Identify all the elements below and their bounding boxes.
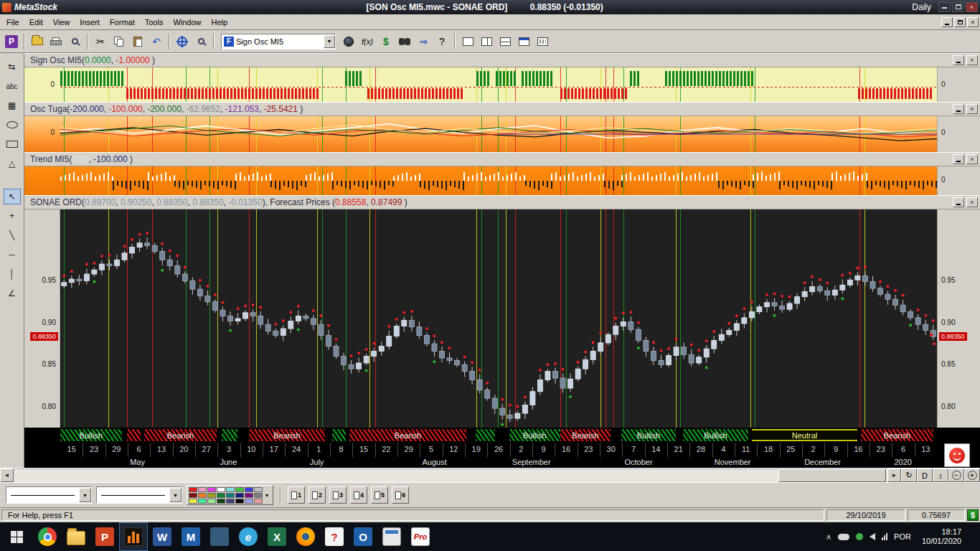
volume-icon[interactable]: [870, 533, 875, 540]
panel-restore-button[interactable]: [953, 104, 964, 114]
panel-close-button[interactable]: ×: [966, 197, 978, 207]
layout-button-2[interactable]: 2: [308, 486, 326, 504]
taskbar-app-window[interactable]: [377, 522, 406, 551]
print-button[interactable]: [47, 33, 65, 50]
refresh-button[interactable]: ↻: [901, 468, 917, 482]
color-swatch[interactable]: [245, 487, 253, 492]
layout-button-1[interactable]: 1: [288, 486, 305, 504]
layout-button-3[interactable]: 3: [329, 486, 347, 504]
taskbar-app-calculator[interactable]: [205, 522, 234, 551]
combo-dropdown-button[interactable]: ▼: [324, 35, 335, 48]
start-button[interactable]: [0, 522, 33, 551]
line-style-combobox[interactable]: ▼: [6, 486, 92, 504]
color-swatch[interactable]: [189, 493, 197, 498]
trendline-tool[interactable]: ╲: [4, 227, 21, 243]
color-swatch[interactable]: [207, 487, 216, 492]
doc-close-button[interactable]: ×: [967, 17, 979, 27]
taskbar-app-internet-explorer[interactable]: e: [234, 522, 263, 551]
color-swatch[interactable]: [254, 499, 263, 504]
window-maximize-button[interactable]: [952, 2, 964, 12]
window-close-button[interactable]: ×: [966, 2, 978, 12]
color-swatch[interactable]: [235, 493, 244, 498]
menu-insert[interactable]: Insert: [75, 16, 105, 29]
zoom-in-button[interactable]: +: [964, 468, 980, 482]
taskbar-app-excel[interactable]: X: [263, 522, 291, 551]
undo-button[interactable]: ↶: [148, 33, 165, 50]
color-swatch[interactable]: [207, 493, 216, 498]
layout-button-5[interactable]: 5: [371, 486, 388, 504]
text-tool[interactable]: abc: [4, 78, 21, 94]
color-swatch[interactable]: [189, 487, 197, 492]
explorer-button[interactable]: [340, 33, 357, 50]
taskbar-app-outlook[interactable]: O: [349, 522, 377, 551]
crosshair-button[interactable]: [174, 33, 191, 50]
hidden-icons-chevron[interactable]: ∧: [826, 532, 831, 542]
scrollbar-thumb[interactable]: [778, 469, 886, 482]
sign-osc-plot[interactable]: [60, 67, 937, 102]
panel-close-button[interactable]: ×: [966, 104, 978, 114]
scrollbar-track[interactable]: [14, 468, 887, 482]
taskbar-clock[interactable]: 18:17 10/01/2020: [918, 527, 966, 546]
menu-format[interactable]: Format: [105, 16, 140, 29]
language-indicator[interactable]: POR: [894, 532, 911, 541]
panel-header-sign-osc[interactable]: Sign Osc MI5 (0.0000, -1.00000 ) ×: [24, 53, 980, 67]
color-swatch[interactable]: [217, 493, 225, 498]
crosshair-tool[interactable]: +: [4, 208, 21, 224]
panel-restore-button[interactable]: [953, 55, 964, 65]
grid-tool[interactable]: ▦: [4, 98, 21, 113]
color-swatch[interactable]: [217, 487, 225, 492]
color-swatch[interactable]: [254, 487, 263, 492]
cascade-windows-button[interactable]: [459, 33, 476, 50]
cut-button[interactable]: ✂: [92, 33, 109, 50]
color-swatch[interactable]: [235, 487, 244, 492]
color-swatch[interactable]: [245, 499, 253, 504]
context-help-button[interactable]: ?: [433, 33, 451, 50]
color-swatch[interactable]: [189, 499, 197, 504]
line-weight-combobox[interactable]: ▼: [96, 486, 182, 504]
expert-advisor-corner[interactable]: [944, 443, 970, 467]
system-tester-button[interactable]: $: [377, 33, 395, 50]
color-swatch[interactable]: [198, 487, 207, 492]
menu-edit[interactable]: Edit: [24, 16, 48, 29]
arrange-icons-button[interactable]: [515, 33, 532, 50]
indicator-builder-button[interactable]: f(x): [359, 33, 376, 50]
line-weight-dropdown[interactable]: ▼: [169, 488, 182, 502]
open-file-button[interactable]: [29, 33, 46, 50]
color-swatch[interactable]: [226, 487, 235, 492]
layout-button-6[interactable]: 6: [392, 486, 409, 504]
window-minimize-button[interactable]: [938, 2, 951, 12]
angle-tool[interactable]: ∠: [4, 286, 21, 301]
line-style-dropdown[interactable]: ▼: [79, 488, 91, 502]
panel-close-button[interactable]: ×: [966, 154, 978, 164]
color-swatch[interactable]: [198, 499, 207, 504]
vertical-line-tool[interactable]: │: [4, 266, 21, 282]
color-swatch[interactable]: [235, 499, 244, 504]
color-swatch[interactable]: [254, 493, 263, 498]
tile-horizontal-button[interactable]: [496, 33, 514, 50]
menu-view[interactable]: View: [48, 16, 75, 29]
print-preview-button[interactable]: [66, 33, 83, 50]
scroll-left-button[interactable]: ◄: [0, 468, 14, 482]
color-swatch[interactable]: [217, 499, 225, 504]
pointer-tool[interactable]: ↖: [4, 189, 21, 204]
layout-button-4[interactable]: 4: [350, 486, 367, 504]
color-swatch[interactable]: [245, 493, 253, 498]
color-palette[interactable]: ▼: [187, 485, 273, 505]
expert-advisor-button[interactable]: [396, 33, 413, 50]
color-swatch[interactable]: [207, 499, 216, 504]
trend-plot[interactable]: [60, 166, 937, 195]
rectangle-tool[interactable]: [4, 136, 21, 152]
panel-close-button[interactable]: ×: [966, 55, 978, 65]
menu-window[interactable]: Window: [168, 16, 206, 29]
sync-icon[interactable]: [856, 533, 863, 540]
cloud-icon[interactable]: [838, 534, 849, 540]
color-swatch[interactable]: [226, 493, 235, 498]
menu-help[interactable]: Help: [207, 16, 233, 29]
color-swatch[interactable]: [198, 493, 207, 498]
pan-tool[interactable]: ⇆: [4, 59, 21, 75]
panel-header-osc-tuga[interactable]: Osc Tuga (-200.000, -100.000, -200.000, …: [24, 102, 980, 116]
triangle-tool[interactable]: △: [4, 156, 21, 171]
taskbar-app-word[interactable]: W: [148, 522, 176, 551]
scroll-right-button[interactable]: ►: [887, 468, 901, 482]
periodicity-button[interactable]: D: [917, 468, 933, 482]
